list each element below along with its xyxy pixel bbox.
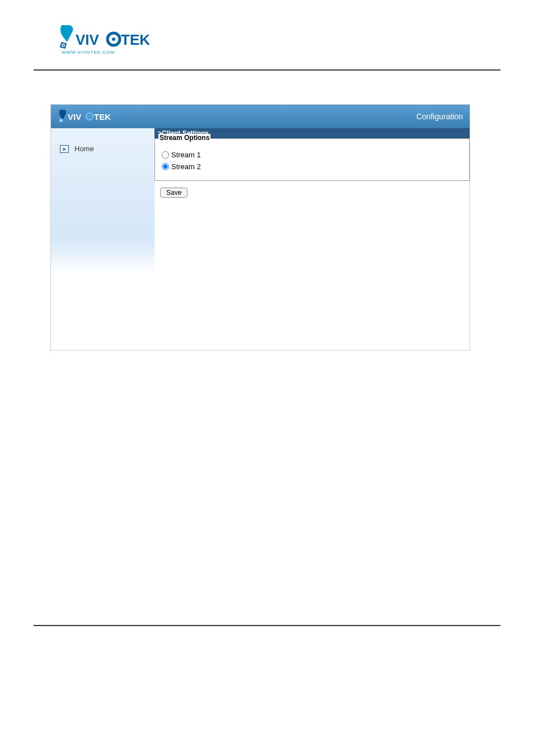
footer-divider bbox=[34, 625, 500, 626]
svg-text:TEK: TEK bbox=[94, 112, 111, 122]
sidebar: ▸ Home bbox=[51, 128, 154, 350]
svg-point-12 bbox=[88, 115, 91, 118]
stream-options-fieldset: Stream Options Stream 1 Stream 2 bbox=[154, 138, 470, 181]
svg-text:VIV: VIV bbox=[68, 112, 81, 122]
svg-text:TEK: TEK bbox=[121, 31, 150, 48]
sidebar-item-label: Home bbox=[74, 144, 94, 153]
stream-2-option[interactable]: Stream 2 bbox=[162, 161, 462, 172]
fieldset-legend: Stream Options bbox=[158, 134, 210, 142]
arrow-right-icon: ▸ bbox=[60, 145, 69, 153]
page-header: VIV TEK WWW.VIVOTEK.COM bbox=[0, 0, 534, 69]
stream-1-option[interactable]: Stream 1 bbox=[162, 149, 462, 161]
content-area: >Client Settings Stream Options Stream 1… bbox=[154, 128, 470, 350]
radio-label: Stream 2 bbox=[171, 162, 201, 171]
radio-label: Stream 1 bbox=[171, 151, 201, 159]
svg-text:WWW.VIVOTEK.COM: WWW.VIVOTEK.COM bbox=[62, 50, 115, 55]
svg-point-9 bbox=[60, 120, 62, 122]
sidebar-item-home[interactable]: ▸ Home bbox=[51, 142, 154, 155]
app-window: VIV TEK Configuration ▸ Home >Client Set… bbox=[50, 104, 470, 351]
app-body: ▸ Home >Client Settings Stream Options S… bbox=[51, 128, 470, 350]
vivotek-app-logo: VIV TEK bbox=[57, 109, 121, 124]
stream-2-radio[interactable] bbox=[162, 163, 169, 170]
stream-1-radio[interactable] bbox=[162, 151, 169, 158]
save-button[interactable]: Save bbox=[160, 188, 188, 198]
svg-point-2 bbox=[63, 45, 64, 46]
app-header: VIV TEK Configuration bbox=[51, 105, 470, 128]
svg-text:VIV: VIV bbox=[76, 31, 100, 48]
svg-point-5 bbox=[112, 38, 115, 41]
vivotek-logo: VIV TEK WWW.VIVOTEK.COM bbox=[56, 22, 168, 56]
configuration-link[interactable]: Configuration bbox=[416, 112, 463, 121]
header-divider bbox=[34, 69, 500, 71]
